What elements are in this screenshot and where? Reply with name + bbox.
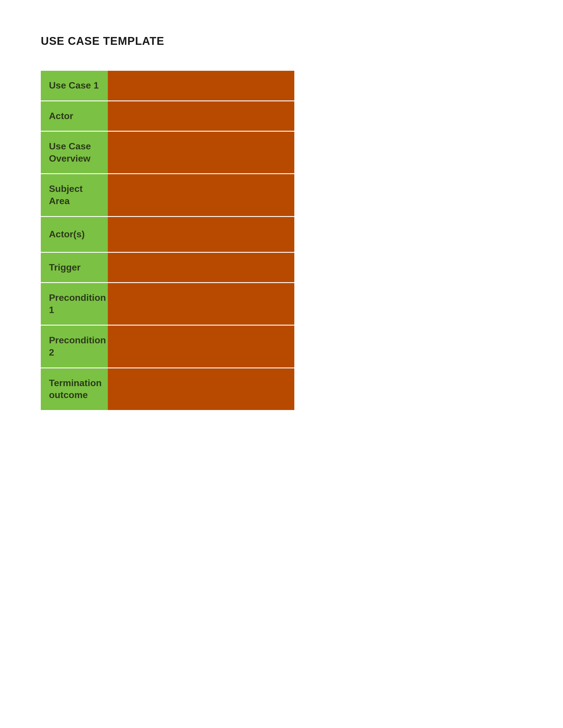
- table-row: Trigger: [41, 253, 294, 283]
- row-label-precondition-1: Precondition 1: [41, 283, 108, 325]
- row-value-precondition-1[interactable]: [108, 283, 294, 325]
- row-value-use-case-overview[interactable]: [108, 132, 294, 173]
- row-value-trigger[interactable]: [108, 253, 294, 282]
- row-label-use-case-overview: Use Case Overview: [41, 132, 108, 173]
- row-value-subject-area[interactable]: [108, 174, 294, 216]
- row-label-subject-area: Subject Area: [41, 174, 108, 216]
- table-row: Termination outcome: [41, 368, 294, 410]
- row-label-actors: Actor(s): [41, 217, 108, 252]
- row-value-use-case-1[interactable]: [108, 71, 294, 100]
- row-value-actor[interactable]: [108, 101, 294, 131]
- table-row: Precondition 1: [41, 283, 294, 326]
- use-case-table: Use Case 1 Actor Use Case Overview Subje…: [41, 71, 294, 410]
- table-row: Actor(s): [41, 217, 294, 253]
- table-row: Precondition 2: [41, 326, 294, 368]
- table-row: Actor: [41, 101, 294, 132]
- row-label-actor: Actor: [41, 101, 108, 131]
- table-row: Use Case Overview: [41, 132, 294, 174]
- row-value-termination-outcome[interactable]: [108, 368, 294, 410]
- row-label-termination-outcome: Termination outcome: [41, 368, 108, 410]
- row-label-precondition-2: Precondition 2: [41, 326, 108, 367]
- row-label-trigger: Trigger: [41, 253, 108, 282]
- table-row: Use Case 1: [41, 71, 294, 101]
- table-row: Subject Area: [41, 174, 294, 217]
- page-title: USE CASE TEMPLATE: [41, 35, 522, 47]
- row-label-use-case-1: Use Case 1: [41, 71, 108, 100]
- row-value-actors[interactable]: [108, 217, 294, 252]
- row-value-precondition-2[interactable]: [108, 326, 294, 367]
